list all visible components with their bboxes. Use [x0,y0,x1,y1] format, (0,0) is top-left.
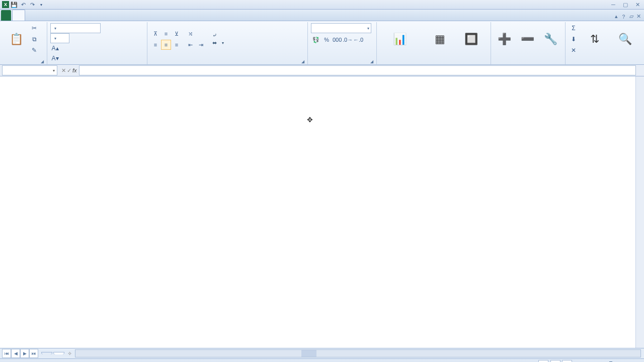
tab-insert[interactable] [25,10,37,21]
name-box[interactable]: ▾ [2,65,57,75]
ribbon: 📋 ✂ ⧉ ✎ ◢ ▾ ▾ A▴ A▾ Ж К Ч ▦ � [0,21,644,65]
merge-center-button[interactable]: ⬌▾ [212,40,224,46]
group-editing: Σ ⬇ ✕ ⇅ 🔍 [566,22,642,64]
wrap-text-button[interactable]: ⤶ [212,32,224,39]
format-icon: 🔧 [544,31,557,47]
table-icon: ▦ [435,31,445,47]
horizontal-scrollbar[interactable] [75,349,641,357]
fx-icon[interactable]: fx [72,67,77,74]
number-format-combo[interactable]: ▾ [311,23,371,33]
paste-button[interactable]: 📋 [5,23,27,55]
group-alignment: ⊼ ≡ ⊻ ⤭ ≡ ≡ ≡ ⇤ ⇥ ⤶ ⬌▾ ◢ [147,22,308,64]
format-painter-icon[interactable]: ✎ [29,45,39,55]
format-as-table-button[interactable]: ▦ [422,23,458,55]
orientation-icon[interactable]: ⤭ [186,29,196,39]
decrease-font-icon[interactable]: A▾ [50,53,60,63]
redo-icon[interactable]: ↷ [28,1,36,9]
group-cells: ➕ ➖ 🔧 [491,22,566,64]
cancel-formula-icon[interactable]: ✕ [61,67,66,74]
find-select-button[interactable]: 🔍 [611,23,639,55]
group-font: ▾ ▾ A▴ A▾ Ж К Ч ▦ 🪣 A ◢ [47,22,147,64]
copy-icon[interactable]: ⧉ [29,34,39,44]
title-bar: X 💾 ↶ ↷ ▾ ─ ▢ ✕ [0,0,644,10]
zoom-in-icon[interactable]: ＋ [635,360,641,363]
window-close-icon[interactable]: ✕ [636,13,641,21]
delete-cells-button[interactable]: ➖ [517,23,538,55]
ribbon-minimize-icon[interactable]: ▴ [615,13,618,21]
tab-file[interactable] [1,10,11,21]
cond-format-icon: 📊 [393,31,407,47]
undo-icon[interactable]: ↶ [19,1,27,9]
excel-icon: X [2,1,9,8]
tab-page-layout[interactable] [37,10,49,21]
decrease-decimal-icon[interactable]: ←.0 [353,35,363,45]
tab-review[interactable] [73,10,86,21]
sheet-tab-1[interactable] [41,352,52,354]
page-layout-view-icon[interactable]: ▤ [550,360,560,362]
sort-filter-button[interactable]: ⇅ [581,23,609,55]
minimize-icon[interactable]: ─ [609,1,618,8]
save-icon[interactable]: 💾 [10,1,18,9]
cell-styles-icon: 🔲 [464,31,478,47]
align-left-icon[interactable]: ≡ [150,40,160,50]
editing-group-label [569,64,639,64]
fill-icon[interactable]: ⬇ [569,34,579,44]
tab-data[interactable] [61,10,73,21]
sheet-tab-2[interactable] [53,352,64,354]
merge-icon: ⬌ [212,40,217,46]
new-sheet-icon[interactable]: ✧ [67,350,72,357]
status-bar: ▢ ▦ ▤ ▥ − ＋ [0,358,644,362]
window-restore-icon[interactable]: ▱ [629,13,633,21]
align-right-icon[interactable]: ≡ [172,40,182,50]
cell-styles-button[interactable]: 🔲 [460,23,482,55]
help-icon[interactable]: ？ [621,13,626,21]
sheet-nav-first-icon[interactable]: ⏮ [2,349,11,358]
tab-formulas[interactable] [49,10,61,21]
sheet-nav-prev-icon[interactable]: ◀ [11,349,20,358]
align-top-icon[interactable]: ⊼ [150,29,160,39]
increase-font-icon[interactable]: A▴ [50,43,60,53]
paste-icon: 📋 [10,31,23,47]
qat-more-icon[interactable]: ▾ [37,1,45,9]
group-clipboard: 📋 ✂ ⧉ ✎ ◢ [2,22,47,64]
vertical-scrollbar[interactable] [635,76,644,348]
decrease-indent-icon[interactable]: ⇤ [186,40,196,50]
insert-cells-button[interactable]: ➕ [494,23,515,55]
sheet-nav-next-icon[interactable]: ▶ [20,349,29,358]
wrap-icon: ⤶ [212,32,217,39]
window-controls: ─ ▢ ✕ [609,1,642,8]
dialog-launcher-icon[interactable]: ◢ [41,59,44,64]
cut-icon[interactable]: ✂ [29,23,39,33]
font-size-combo[interactable]: ▾ [50,33,69,43]
percent-format-icon[interactable]: % [321,35,332,45]
close-icon[interactable]: ✕ [633,1,642,8]
normal-view-icon[interactable]: ▦ [538,360,548,362]
dialog-launcher-icon[interactable]: ◢ [370,59,373,64]
autosum-icon[interactable]: Σ [569,23,579,33]
align-middle-icon[interactable]: ≡ [161,29,171,39]
clear-icon[interactable]: ✕ [569,45,579,55]
group-number: ▾ 💱 % 000 .0→ ←.0 ◢ [308,22,377,64]
maximize-icon[interactable]: ▢ [621,1,630,8]
increase-indent-icon[interactable]: ⇥ [196,40,206,50]
accounting-format-icon[interactable]: 💱 [311,35,321,45]
tab-developer[interactable] [98,10,110,21]
conditional-formatting-button[interactable]: 📊 [380,23,420,55]
align-bottom-icon[interactable]: ⊻ [172,29,182,39]
sheet-tab-bar: ⏮ ◀ ▶ ⏭ ✧ [0,348,644,358]
delete-icon: ➖ [521,31,534,47]
spreadsheet-grid[interactable]: ✥ [0,76,644,348]
dialog-launcher-icon[interactable]: ◢ [301,59,304,64]
tab-home[interactable] [12,10,25,21]
formula-input[interactable] [79,65,636,75]
sheet-nav-last-icon[interactable]: ⏭ [29,349,38,358]
increase-decimal-icon[interactable]: .0→ [343,35,353,45]
align-center-icon[interactable]: ≡ [161,40,171,50]
font-name-combo[interactable]: ▾ [50,23,101,33]
tab-view[interactable] [86,10,98,21]
format-cells-button[interactable]: 🔧 [540,23,561,55]
comma-format-icon[interactable]: 000 [332,35,342,45]
page-break-view-icon[interactable]: ▥ [562,360,572,362]
tab-powerquery[interactable] [110,10,122,21]
enter-formula-icon[interactable]: ✓ [67,67,71,74]
